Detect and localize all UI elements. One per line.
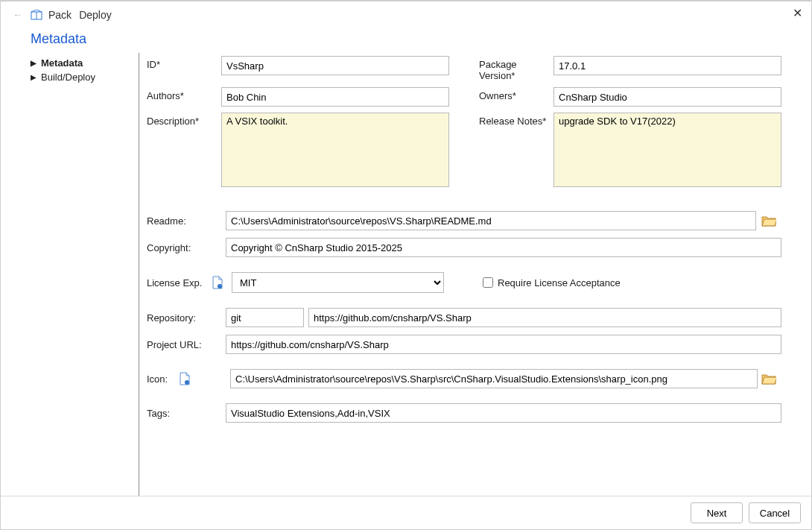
copyright-input[interactable] [226,238,781,257]
label-id: ID* [147,56,221,70]
repository-url-input[interactable] [308,308,781,327]
authors-input[interactable] [221,87,449,107]
sidebar: ▶ Metadata ▶ Build/Deploy [31,53,139,496]
next-button[interactable]: Next [691,502,743,523]
label-tags: Tags: [147,408,221,419]
require-license-checkbox[interactable] [483,277,493,288]
label-repository: Repository: [147,312,221,324]
license-select[interactable]: MIT [232,272,444,293]
toolbar: ← Pack Deploy [1,1,811,24]
package-icon [31,10,42,20]
label-copyright: Copyright: [147,242,221,253]
caret-icon: ▶ [31,73,38,81]
tags-input[interactable] [226,403,781,423]
toolbar-deploy[interactable]: Deploy [77,9,113,21]
readme-input[interactable] [226,211,756,230]
id-input[interactable] [221,56,449,75]
caret-icon: ▶ [31,59,38,67]
browse-icon-button[interactable] [761,372,777,385]
label-icon: Icon: [147,373,175,385]
label-license-exp: License Exp. [147,277,206,288]
browse-readme-button[interactable] [761,214,777,227]
description-textarea[interactable]: A VSIX toolkit. [221,113,449,187]
sidebar-item-metadata[interactable]: ▶ Metadata [31,56,139,70]
svg-point-3 [185,380,189,385]
label-require-license: Require License Acceptance [498,277,621,288]
icon-input[interactable] [230,369,758,388]
page-title: Metadata [1,24,811,53]
sidebar-item-build-deploy[interactable]: ▶ Build/Deploy [31,70,139,84]
label-package-version: Package Version* [479,56,554,81]
release-notes-textarea[interactable]: upgrade SDK to V17(2022) [554,113,781,187]
label-project-url: Project URL: [147,339,221,350]
project-url-input[interactable] [226,335,781,354]
owners-input[interactable] [554,87,781,107]
svg-point-2 [218,284,222,288]
form-area: ID* Package Version* Authors* O [139,53,811,496]
label-readme: Readme: [147,215,221,227]
dialog-window: ✕ ← Pack Deploy Metadata ▶ Metadata ▶ [0,0,812,530]
sidebar-item-label: Metadata [41,57,83,69]
repository-type-input[interactable] [226,308,304,327]
label-owners: Owners* [479,87,554,101]
toolbar-pack[interactable]: Pack [47,9,73,21]
dialog-footer: Next Cancel [1,496,811,529]
sidebar-item-label: Build/Deploy [41,72,95,83]
license-doc-icon [211,276,224,289]
back-button[interactable]: ← [10,9,26,21]
label-description: Description* [147,113,221,127]
close-button[interactable]: ✕ [790,4,805,22]
label-authors: Authors* [147,87,221,101]
icon-doc-icon [178,372,191,385]
cancel-button[interactable]: Cancel [749,502,801,523]
label-release-notes: Release Notes* [479,113,554,127]
package-version-input[interactable] [554,56,781,75]
